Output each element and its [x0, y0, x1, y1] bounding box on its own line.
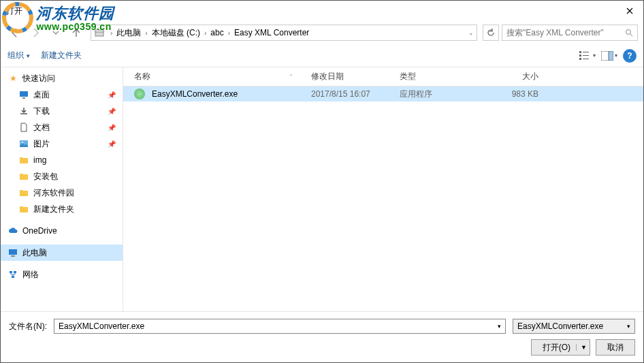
svg-rect-21: [12, 276, 14, 278]
sidebar-item-documents[interactable]: 文档 📌: [1, 119, 123, 136]
pin-icon: 📌: [108, 140, 116, 148]
file-list: 名称⌃ 修改日期 类型 大小 EasyXMLConverter.exe 2017…: [123, 67, 643, 311]
sidebar-item-downloads[interactable]: 下载 📌: [1, 103, 123, 119]
svg-rect-19: [10, 271, 12, 273]
sidebar-item-folder[interactable]: 新建文件夹: [1, 201, 123, 217]
chevron-right-icon: ›: [145, 29, 147, 37]
toolbar: 组织 ▾ 新建文件夹 ▾ ▾ ?: [1, 44, 643, 67]
filename-input[interactable]: [59, 321, 498, 331]
folder-icon: [18, 155, 29, 165]
file-list-header[interactable]: 名称⌃ 修改日期 类型 大小: [123, 67, 643, 86]
search-input[interactable]: [506, 28, 625, 37]
svg-rect-5: [579, 51, 581, 53]
svg-rect-8: [583, 55, 589, 56]
pc-icon: [7, 247, 18, 258]
svg-rect-6: [583, 52, 589, 52]
breadcrumb-item[interactable]: 本地磁盘 (C:): [152, 27, 200, 39]
svg-rect-7: [579, 54, 581, 57]
sidebar-item-desktop[interactable]: 桌面 📌: [1, 86, 123, 103]
sidebar-network[interactable]: 网络: [1, 266, 123, 283]
svg-point-4: [626, 30, 631, 35]
open-button[interactable]: 打开(O)▼: [531, 339, 590, 356]
close-button[interactable]: [616, 1, 643, 20]
sidebar-item-folder[interactable]: 河东软件园: [1, 185, 123, 201]
chevron-right-icon: ›: [110, 29, 112, 37]
drive-icon: [94, 27, 105, 38]
up-button[interactable]: [67, 24, 85, 42]
folder-icon: [18, 204, 29, 215]
svg-rect-10: [583, 59, 589, 59]
svg-rect-13: [20, 91, 28, 97]
desktop-icon: [18, 89, 29, 100]
title-bar: 打开: [1, 1, 643, 21]
folder-icon: [18, 187, 29, 198]
window-title: 打开: [6, 5, 22, 17]
sidebar-item-pictures[interactable]: 图片 📌: [1, 136, 123, 152]
sidebar-item-folder[interactable]: 安装包: [1, 168, 123, 185]
breadcrumb-item[interactable]: Easy XML Converter: [234, 28, 309, 37]
breadcrumb-dropdown[interactable]: ⌄: [468, 29, 474, 36]
refresh-button[interactable]: [483, 25, 499, 41]
network-icon: [7, 269, 18, 280]
view-list-icon[interactable]: ▾: [579, 48, 596, 63]
pin-icon: 📌: [108, 124, 116, 131]
file-row[interactable]: EasyXMLConverter.exe 2017/8/15 16:07 应用程…: [123, 86, 643, 101]
picture-icon: [18, 138, 29, 149]
open-dropdown-caret[interactable]: ▼: [576, 344, 587, 351]
document-icon: [18, 122, 29, 133]
forward-button[interactable]: [27, 24, 44, 42]
svg-rect-20: [14, 271, 16, 273]
organize-menu[interactable]: 组织 ▾: [7, 50, 30, 61]
nav-bar: › 此电脑 › 本地磁盘 (C:) › abc › Easy XML Conve…: [1, 21, 643, 44]
svg-rect-3: [95, 30, 103, 32]
bottom-panel: 文件名(N): ▾ EasyXMLConverter.exe ▾ 打开(O)▼ …: [1, 311, 643, 362]
breadcrumb-item[interactable]: 此电脑: [116, 27, 141, 39]
filter-combobox[interactable]: EasyXMLConverter.exe ▾: [513, 319, 635, 334]
new-folder-button[interactable]: 新建文件夹: [41, 50, 82, 61]
cancel-button[interactable]: 取消: [596, 339, 635, 356]
exe-icon: [134, 89, 145, 99]
star-icon: ★: [7, 73, 18, 84]
svg-rect-12: [609, 51, 613, 61]
chevron-down-icon[interactable]: ▾: [498, 323, 501, 330]
chevron-right-icon: ›: [204, 29, 206, 37]
cloud-icon: [7, 225, 18, 236]
sort-caret-icon: ⌃: [289, 74, 293, 80]
search-icon: [625, 29, 633, 37]
filename-label: 文件名(N):: [9, 321, 47, 332]
back-button[interactable]: [6, 24, 24, 42]
pin-icon: 📌: [108, 108, 116, 115]
help-button[interactable]: ?: [623, 49, 637, 63]
sidebar-item-folder[interactable]: img: [1, 152, 123, 168]
preview-pane-icon[interactable]: ▾: [601, 48, 617, 63]
chevron-right-icon: ›: [228, 29, 230, 37]
svg-rect-18: [11, 255, 15, 257]
search-box[interactable]: [502, 25, 638, 41]
filename-combobox[interactable]: ▾: [54, 319, 506, 334]
svg-rect-9: [579, 58, 581, 60]
svg-rect-17: [9, 249, 17, 255]
sidebar-this-pc[interactable]: 此电脑: [1, 244, 123, 261]
sidebar-quick-access[interactable]: ★ 快速访问: [1, 70, 123, 86]
download-icon: [18, 106, 29, 116]
breadcrumb-item[interactable]: abc: [210, 28, 223, 37]
sidebar-onedrive[interactable]: OneDrive: [1, 223, 123, 239]
svg-point-16: [22, 142, 23, 143]
breadcrumb[interactable]: › 此电脑 › 本地磁盘 (C:) › abc › Easy XML Conve…: [91, 25, 477, 41]
sidebar: ★ 快速访问 桌面 📌 下载 📌 文档 📌: [1, 67, 123, 311]
recent-dropdown[interactable]: [47, 24, 65, 42]
folder-icon: [18, 171, 29, 182]
chevron-down-icon: ▾: [627, 323, 630, 330]
svg-rect-14: [22, 97, 25, 99]
pin-icon: 📌: [108, 91, 116, 99]
